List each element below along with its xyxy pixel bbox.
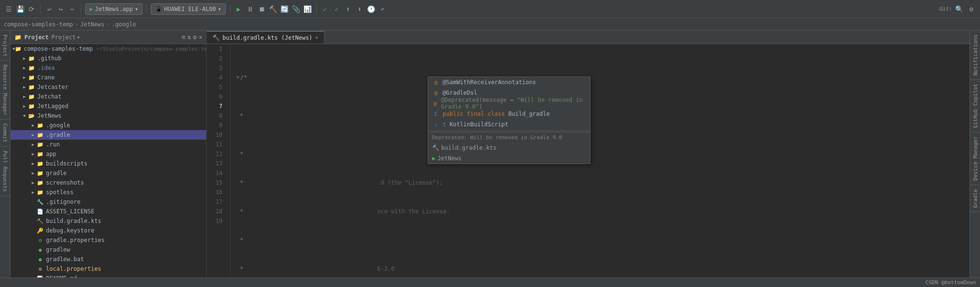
tab-close-button[interactable]: ×	[315, 35, 318, 40]
tree-screenshots[interactable]: ▶ 📁 screenshots	[11, 178, 206, 188]
line5-text: *	[236, 207, 243, 216]
project-dropdown[interactable]: Project ▾	[52, 34, 80, 41]
dot-run-label: .run	[46, 141, 60, 148]
line2-hidden: ect	[243, 111, 454, 121]
run-debug-icon[interactable]: ⏸	[245, 4, 255, 14]
notifications-tab[interactable]: Notifications	[970, 31, 980, 80]
ac-item-3[interactable]: @ @Deprecated(message = "Will be removed…	[428, 98, 590, 109]
git-label: Git:	[940, 6, 953, 12]
tree-local-properties[interactable]: ⚙ local.properties	[11, 264, 206, 274]
more-icon[interactable]: ⋯	[67, 4, 77, 14]
tree-gradle[interactable]: ▶ 📁 gradle	[11, 168, 206, 178]
breadcrumb: compose-samples-temp › JetNews › .google	[0, 18, 980, 31]
local-properties-label: local.properties	[46, 265, 101, 272]
device-manager-tab[interactable]: Device Manager	[970, 132, 980, 185]
tree-crane[interactable]: ▶ 📁 Crane	[11, 73, 206, 82]
tree-jetchat[interactable]: ▶ 📁 Jetchat	[11, 92, 206, 101]
buildscripts-label: buildscripts	[46, 160, 88, 167]
dot-run-arrow: ▶	[30, 141, 36, 148]
activity-project[interactable]: Project	[0, 31, 11, 61]
app-selector[interactable]: ▶ JetNews.app ▾	[85, 3, 143, 15]
vcs-pull-icon[interactable]: ⬇	[355, 4, 365, 14]
activity-resource[interactable]: Resource Manager	[0, 61, 11, 120]
dot-google-folder-icon: 📁	[36, 121, 44, 129]
main-toolbar: ☰ 💾 ⟳ ↩ ↪ ⋯ ▶ JetNews.app ▾ 📱 HUAWEI ELE…	[0, 0, 980, 18]
tree-app[interactable]: ▶ 📁 app	[11, 149, 206, 159]
breadcrumb-google[interactable]: .google	[112, 21, 136, 28]
settings-gear-icon[interactable]: ⚙	[193, 33, 197, 41]
line-num-6: 6	[207, 92, 226, 101]
autocomplete-popup[interactable]: @ @SamWithReceiverAnnotations @ @GradleD…	[428, 77, 590, 164]
device-selector[interactable]: 📱 HUAWEI ELE-AL00 ▾	[151, 3, 226, 15]
tree-gradle-properties[interactable]: ⚙ gradle.properties	[11, 235, 206, 245]
tree-github[interactable]: ▶ 📁 .github	[11, 54, 206, 63]
tree-gradlew[interactable]: ● gradlew	[11, 245, 206, 254]
save-icon[interactable]: 💾	[15, 4, 25, 14]
ac-icon-5: :	[432, 121, 440, 128]
tab-build-gradle[interactable]: 🔨 build.gradle.kts (JetNews) ×	[207, 31, 324, 44]
line2-text: *	[236, 111, 243, 121]
tree-buildscripts[interactable]: ▶ 📁 buildscripts	[11, 159, 206, 168]
build-icon[interactable]: 🔨	[268, 4, 278, 14]
divider-5	[316, 4, 317, 14]
line-num-5: 5	[207, 82, 226, 92]
vcs-history-icon[interactable]: 🕐	[367, 4, 376, 14]
tree-dot-google[interactable]: ▶ 📁 .google	[11, 121, 206, 130]
line-num-15: 15	[207, 178, 226, 188]
settings-icon[interactable]: ⚙	[967, 4, 976, 14]
jetcaster-arrow: ▶	[21, 84, 28, 90]
run-icon[interactable]: ▶	[234, 4, 244, 14]
tree-gradlew-bat[interactable]: ● gradlew.bat	[11, 254, 206, 264]
attach-icon[interactable]: 📎	[291, 4, 301, 14]
sync-icon[interactable]: ⟳	[27, 4, 36, 14]
jetlagged-arrow: ▶	[21, 103, 28, 110]
tree-build-gradle[interactable]: 🔨 build.gradle.kts	[11, 216, 206, 226]
code-content[interactable]: ▼ /* * ect * *	[231, 44, 969, 287]
copilot-tab[interactable]: GitHub Copilot	[970, 80, 980, 132]
tree-jetlagged[interactable]: ▶ 📁 JetLagged	[11, 101, 206, 111]
device-icon: 📱	[155, 6, 162, 12]
breadcrumb-root[interactable]: compose-samples-temp	[4, 21, 73, 28]
ac-icon-3: @	[432, 99, 438, 107]
gradle-tab[interactable]: Gradle	[970, 185, 980, 212]
search-icon[interactable]: 🔍	[954, 4, 964, 14]
vcs-icon[interactable]: ✓	[321, 4, 330, 14]
divider-1	[40, 4, 41, 14]
tree-dot-gradle[interactable]: ▶ 📁 .gradle	[11, 130, 206, 140]
menu-icon[interactable]: ☰	[4, 4, 13, 14]
vcs-check-icon[interactable]: ✓	[332, 4, 342, 14]
dot-gradle-arrow: ▶	[30, 132, 36, 138]
activity-pull[interactable]: Pull Requests	[0, 147, 11, 196]
sync-project-icon[interactable]: 🔄	[280, 4, 290, 14]
code-editor[interactable]: 1 2 3 4 5 6 7 8 9 10 11 12 13 14 15 16 1…	[207, 44, 969, 287]
ac-item-5[interactable]: : : KotlinBuildScript	[428, 119, 590, 130]
collapse-all-icon[interactable]: ≡	[182, 33, 186, 41]
tree-idea[interactable]: ▶ 📁 .idea	[11, 63, 206, 73]
tab-label: build.gradle.kts (JetNews)	[223, 34, 312, 41]
vcs-revert-icon[interactable]: ↶	[378, 4, 388, 14]
ac-item-1[interactable]: @ @SamWithReceiverAnnotations	[428, 77, 590, 88]
redo-icon[interactable]: ↪	[56, 4, 66, 14]
breadcrumb-jetnews[interactable]: JetNews	[80, 21, 105, 28]
vcs-push-icon[interactable]: ⬆	[344, 4, 353, 14]
tree-jetcaster[interactable]: ▶ 📁 Jetcaster	[11, 82, 206, 92]
ac-project-ref[interactable]: ▶ JetNews	[428, 153, 590, 164]
tree-root[interactable]: ▼ 📁 compose-samples-temp ~/StudioProject…	[11, 44, 206, 54]
fold-icon-1[interactable]: ▼	[236, 73, 239, 82]
main-layout: Project Resource Manager Commit Pull Req…	[0, 31, 980, 287]
tree-gitignore[interactable]: 🔧 .gitignore	[11, 197, 206, 207]
sort-icon[interactable]: ⇅	[188, 33, 191, 41]
tree-spotless[interactable]: ▶ 📁 spotless	[11, 188, 206, 197]
stop-icon[interactable]: ⏹	[257, 4, 267, 14]
ac-item-4[interactable]: C public final class Build_gradle	[428, 109, 590, 119]
profile-icon[interactable]: 📊	[303, 4, 312, 14]
undo-icon[interactable]: ↩	[45, 4, 54, 14]
tree-assets-license[interactable]: 📄 ASSETS_LICENSE	[11, 207, 206, 216]
ac-file-ref[interactable]: 🔨 build.gradle.kts	[428, 143, 590, 153]
jetchat-folder-icon: 📁	[28, 93, 35, 100]
tree-debug-keystore[interactable]: 🔑 debug.keystore	[11, 226, 206, 235]
tree-dot-run[interactable]: ▶ 📁 .run	[11, 140, 206, 149]
activity-commit[interactable]: Commit	[0, 120, 11, 147]
tree-jetnews[interactable]: ▼ 📂 JetNews	[11, 111, 206, 121]
hide-panel-icon[interactable]: ×	[199, 33, 202, 41]
